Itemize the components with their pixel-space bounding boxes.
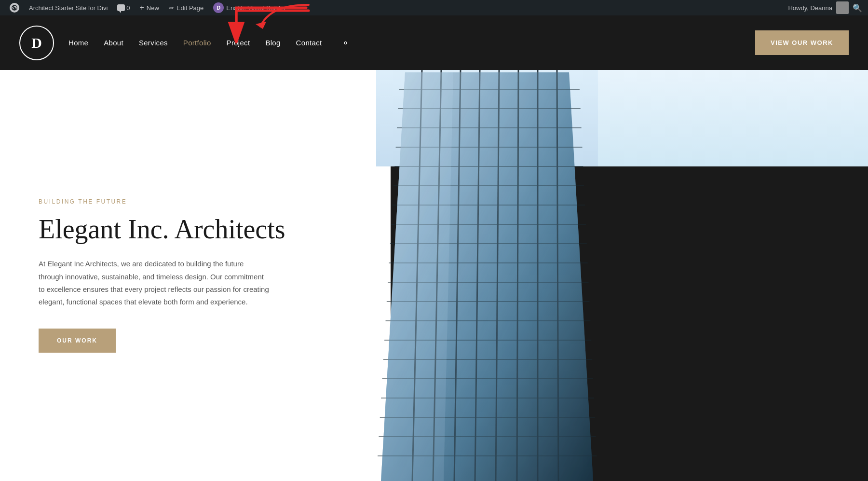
hero-description: At Elegant Inc Architects, we are dedica… [39,258,270,308]
nav-home[interactable]: Home [68,39,88,47]
admin-bar: Architect Starter Site for Divi 0 + New … [0,0,868,15]
site-logo[interactable]: D [19,26,54,60]
logo-letter: D [31,35,42,51]
edit-page-button[interactable]: ✏ Edit Page [165,0,207,15]
new-label: New [147,4,159,12]
hero-title: Elegant Inc. Architects [39,215,285,245]
plus-icon: + [140,3,144,12]
comments-button[interactable]: 0 [113,0,134,15]
divi-badge-icon: D [213,2,224,13]
admin-bar-right: Howdy, Deanna 🔍 [788,1,862,14]
wp-logo-button[interactable] [6,0,23,15]
our-work-label: OUR WORK [57,337,97,344]
view-work-button[interactable]: VIEW OUR WORK [755,30,849,55]
hero-right-panel [391,70,868,481]
site-name-label: Architect Starter Site for Divi [29,4,108,12]
hero-left-panel: BUILDING THE FUTURE Elegant Inc. Archite… [0,70,391,481]
nav-project[interactable]: Project [227,39,250,47]
hero-eyebrow: BUILDING THE FUTURE [39,198,285,205]
admin-bar-left: Architect Starter Site for Divi 0 + New … [6,0,290,15]
edit-page-label: Edit Page [176,4,203,12]
nav-search-icon[interactable]: ⚬ [342,38,349,48]
view-work-label: VIEW OUR WORK [771,39,833,46]
enable-vb-label: Enable Visual Builder [226,4,285,12]
site-header: D Home About Services Portfolio Project … [0,15,868,70]
nav-contact[interactable]: Contact [296,39,322,47]
admin-search-icon[interactable]: 🔍 [853,3,862,13]
main-nav: Home About Services Portfolio Project Bl… [68,38,349,48]
howdy-text: Howdy, Deanna [788,4,832,12]
wordpress-icon [10,3,19,13]
enable-visual-builder-button[interactable]: D Enable Visual Builder [209,0,289,15]
nav-blog[interactable]: Blog [265,39,280,47]
nav-services[interactable]: Services [139,39,168,47]
nav-portfolio[interactable]: Portfolio [183,39,211,47]
our-work-button[interactable]: OUR WORK [39,329,116,353]
building-svg [376,70,598,481]
user-avatar[interactable] [836,1,849,14]
building-container [376,70,598,481]
divi-letter: D [217,5,220,11]
new-button[interactable]: + New [136,0,163,15]
comments-count: 0 [126,4,130,12]
nav-about[interactable]: About [104,39,123,47]
hero-content: BUILDING THE FUTURE Elegant Inc. Archite… [39,198,285,353]
site-name-button[interactable]: Architect Starter Site for Divi [25,0,111,15]
header-left: D Home About Services Portfolio Project … [19,26,349,60]
pencil-icon: ✏ [169,4,174,12]
comment-icon-wrap: 0 [117,4,130,12]
main-content: BUILDING THE FUTURE Elegant Inc. Archite… [0,70,868,481]
comment-bubble-icon [117,4,125,11]
